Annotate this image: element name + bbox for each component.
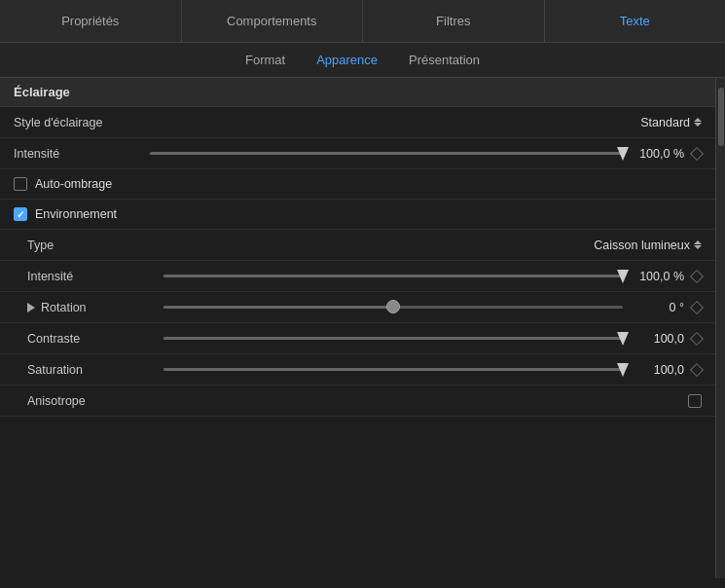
rotation-track xyxy=(163,306,623,309)
type-value: Caisson lumineux xyxy=(594,239,690,252)
rotation-expand-icon[interactable] xyxy=(27,303,35,312)
auto-ombrage-row[interactable]: Auto-ombrage xyxy=(0,169,715,200)
intensite-env-label: Intensité xyxy=(27,270,163,283)
style-eclairage-control[interactable]: Standard xyxy=(150,116,702,129)
sub-tab-format[interactable]: Format xyxy=(245,53,285,67)
contraste-slider[interactable]: 100,0 xyxy=(163,332,702,346)
tab-comportements[interactable]: Comportements xyxy=(182,0,364,42)
anisotrope-checkbox[interactable] xyxy=(688,394,702,408)
rotation-slider[interactable]: 0 ° xyxy=(163,301,702,314)
intensite-env-keyframe-icon[interactable] xyxy=(690,269,704,282)
saturation-fill xyxy=(163,368,623,371)
eclairage-header: Éclairage xyxy=(0,78,715,107)
dropdown-arrow-icon xyxy=(694,118,702,127)
sub-tabs: Format Apparence Présentation xyxy=(0,43,725,78)
rotation-label: Rotation xyxy=(27,301,163,314)
rotation-keyframe-icon[interactable] xyxy=(690,300,704,313)
contraste-track xyxy=(163,337,623,340)
contraste-keyframe-icon[interactable] xyxy=(690,331,704,345)
type-dropdown[interactable]: Caisson lumineux xyxy=(594,239,702,252)
intensite-env-track xyxy=(163,275,623,277)
intensite-eclairage-keyframe-icon[interactable] xyxy=(690,146,704,160)
tab-filtres[interactable]: Filtres xyxy=(363,0,545,42)
environnement-checkbox[interactable] xyxy=(14,207,27,221)
content-area: Éclairage Style d'éclairage Standard Int… xyxy=(0,78,715,578)
saturation-row: Saturation 100,0 xyxy=(0,354,715,386)
environnement-row[interactable]: Environnement xyxy=(0,200,715,230)
intensite-eclairage-slider[interactable]: 100,0 % xyxy=(150,147,702,161)
contraste-label: Contraste xyxy=(27,332,163,346)
style-eclairage-label: Style d'éclairage xyxy=(14,116,150,129)
environnement-label: Environnement xyxy=(35,207,117,221)
rotation-thumb xyxy=(386,300,400,313)
saturation-value: 100,0 xyxy=(631,363,684,377)
intensite-eclairage-label: Intensité xyxy=(14,147,150,161)
anisotrope-row: Anisotrope xyxy=(0,386,715,417)
style-eclairage-dropdown[interactable]: Standard xyxy=(640,116,702,129)
tab-texte[interactable]: Texte xyxy=(545,0,726,42)
saturation-track xyxy=(163,368,623,371)
environnement-subsection: Type Caisson lumineux Intensité xyxy=(0,230,715,417)
contraste-fill xyxy=(163,337,623,340)
saturation-keyframe-icon[interactable] xyxy=(690,362,704,376)
type-label: Type xyxy=(27,239,163,252)
style-eclairage-row: Style d'éclairage Standard xyxy=(0,107,715,138)
intensite-env-row: Intensité 100,0 % xyxy=(0,261,715,292)
intensite-eclairage-value: 100,0 % xyxy=(631,147,684,161)
main-panel: Éclairage Style d'éclairage Standard Int… xyxy=(0,78,725,578)
type-row: Type Caisson lumineux xyxy=(0,230,715,261)
anisotrope-control[interactable] xyxy=(163,394,702,408)
type-dropdown-arrow-icon xyxy=(694,240,702,249)
scrollbar[interactable] xyxy=(715,78,725,578)
rotation-row: Rotation 0 ° xyxy=(0,292,715,323)
rotation-fill xyxy=(163,306,393,309)
rotation-text: Rotation xyxy=(41,301,87,314)
sub-tab-presentation[interactable]: Présentation xyxy=(409,53,480,67)
intensite-env-fill xyxy=(163,275,623,277)
top-tabs: Propriétés Comportements Filtres Texte xyxy=(0,0,725,43)
sub-tab-apparence[interactable]: Apparence xyxy=(316,53,378,67)
rotation-label-container: Rotation xyxy=(27,301,163,314)
contraste-row: Contraste 100,0 xyxy=(0,323,715,354)
saturation-slider[interactable]: 100,0 xyxy=(163,363,702,377)
saturation-label: Saturation xyxy=(27,363,163,377)
contraste-value: 100,0 xyxy=(631,332,684,346)
intensite-eclairage-fill xyxy=(150,152,623,155)
intensite-eclairage-row: Intensité 100,0 % xyxy=(0,138,715,169)
type-control[interactable]: Caisson lumineux xyxy=(163,239,702,252)
anisotrope-label: Anisotrope xyxy=(27,394,163,408)
auto-ombrage-checkbox[interactable] xyxy=(14,177,27,191)
intensite-env-value: 100,0 % xyxy=(631,270,684,283)
auto-ombrage-label: Auto-ombrage xyxy=(35,177,112,191)
tab-proprietes[interactable]: Propriétés xyxy=(0,0,182,42)
intensite-env-slider[interactable]: 100,0 % xyxy=(163,270,702,283)
rotation-value: 0 ° xyxy=(631,301,684,314)
scrollbar-thumb[interactable] xyxy=(718,88,724,146)
intensite-eclairage-track xyxy=(150,152,623,155)
style-eclairage-value: Standard xyxy=(640,116,690,129)
